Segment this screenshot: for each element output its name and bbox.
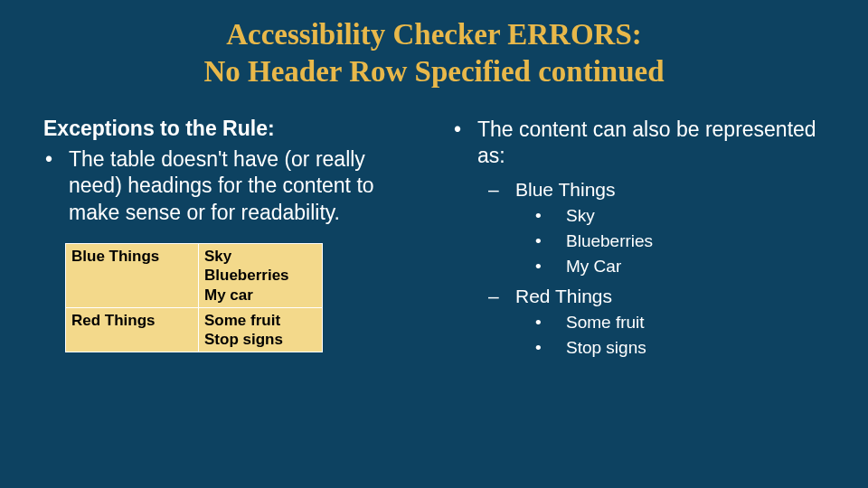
- group-name: Blue Things: [515, 179, 616, 201]
- left-bullet: • The table doesn't have (or really need…: [43, 146, 416, 228]
- table-value: My car: [204, 286, 253, 304]
- title-line-1: Accessibility Checker ERRORS:: [226, 18, 642, 51]
- group-name: Red Things: [515, 286, 612, 307]
- list-item: • Blueberries: [452, 231, 825, 251]
- bullet-icon: •: [535, 338, 566, 358]
- dash-icon: –: [488, 286, 515, 307]
- table-cell-label: Blue Things: [66, 244, 199, 308]
- list-item: • My Car: [452, 257, 825, 277]
- item-text: Some fruit: [566, 313, 645, 333]
- bullet-icon: •: [535, 313, 566, 333]
- slide: Accessibility Checker ERRORS: No Header …: [0, 0, 868, 488]
- right-bullet-text: The content can also be represented as:: [477, 117, 825, 171]
- table-row: Red Things Some fruit Stop signs: [66, 307, 323, 352]
- list-item: • Stop signs: [452, 338, 825, 358]
- left-bullet-text: The table doesn't have (or really need) …: [69, 146, 416, 228]
- bullet-icon: •: [43, 146, 69, 228]
- bullet-icon: •: [535, 206, 566, 226]
- table-value: Stop signs: [204, 331, 283, 348]
- bullet-icon: •: [535, 231, 566, 251]
- bullet-icon: •: [535, 257, 566, 277]
- table-value: Blueberries: [204, 267, 289, 284]
- list-group: – Red Things: [452, 286, 825, 307]
- exceptions-heading: Exceptions to the Rule:: [43, 117, 416, 141]
- right-bullet: • The content can also be represented as…: [452, 117, 825, 171]
- table-row: Blue Things Sky Blueberries My car: [66, 244, 323, 308]
- list-group: – Blue Things: [452, 179, 825, 201]
- left-column: Exceptions to the Rule: • The table does…: [43, 117, 416, 359]
- content-columns: Exceptions to the Rule: • The table does…: [0, 91, 868, 359]
- table-cell-label: Red Things: [66, 307, 199, 352]
- slide-title: Accessibility Checker ERRORS: No Header …: [0, 0, 868, 91]
- list-item: • Some fruit: [452, 313, 825, 333]
- item-text: My Car: [566, 257, 621, 277]
- dash-icon: –: [488, 179, 515, 201]
- table-value: Some fruit: [204, 312, 280, 329]
- item-text: Stop signs: [566, 338, 646, 358]
- list-item: • Sky: [452, 206, 825, 226]
- item-text: Sky: [566, 206, 595, 226]
- table-cell-values: Some fruit Stop signs: [199, 307, 323, 352]
- table-cell-values: Sky Blueberries My car: [199, 244, 323, 308]
- title-line-2: No Header Row Specified continued: [203, 55, 664, 88]
- item-text: Blueberries: [566, 231, 653, 251]
- table-value: Sky: [204, 248, 231, 265]
- right-column: • The content can also be represented as…: [452, 117, 825, 359]
- bullet-icon: •: [452, 117, 477, 171]
- example-table: Blue Things Sky Blueberries My car Red T…: [65, 243, 323, 352]
